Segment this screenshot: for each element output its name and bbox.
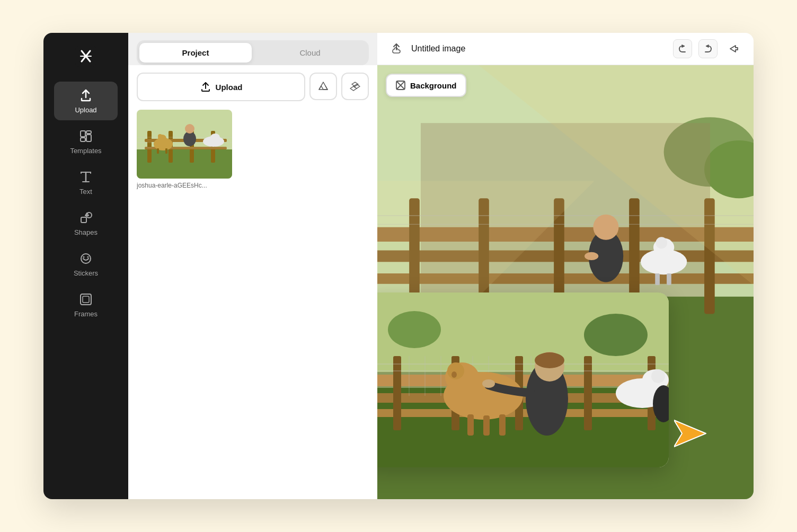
sidebar-item-frames[interactable]: Frames [54,286,118,324]
background-button-label: Background [410,81,457,90]
svg-point-8 [81,254,91,263]
svg-rect-6 [81,217,86,223]
export-button[interactable] [724,39,743,58]
sidebar-item-stickers-label: Stickers [74,269,98,277]
svg-point-25 [185,124,194,134]
tabs-area: Project Cloud [128,33,377,65]
toolbar-title: Untitled image [411,44,667,54]
google-drive-button[interactable] [309,73,337,100]
image-filename: joshua-earle-aGEEsHc... [137,182,232,189]
upload-button[interactable]: Upload [137,73,305,101]
sidebar-item-frames-label: Frames [74,310,98,318]
svg-rect-71 [584,356,592,430]
upload-button-label: Upload [216,83,243,92]
svg-point-92 [535,352,564,368]
svg-rect-29 [157,148,159,154]
svg-point-10 [87,256,89,258]
toolbar: Untitled image [377,33,754,65]
svg-rect-12 [83,296,89,303]
svg-marker-100 [674,420,706,447]
export-icon [728,43,739,54]
sidebar-item-text-label: Text [79,188,92,196]
svg-point-98 [584,314,648,356]
app-logo[interactable] [73,43,99,69]
toolbar-upload-icon [388,40,405,57]
undo-button[interactable] [673,39,692,58]
tabs-container: Project Cloud [137,40,369,65]
upload-icon [200,81,211,93]
floating-card[interactable] [377,292,669,467]
sidebar-item-templates-label: Templates [70,147,101,155]
undo-icon [678,44,687,54]
floating-card-svg [377,292,669,467]
svg-point-9 [83,256,85,258]
svg-rect-88 [483,415,490,436]
main-area: Untitled image [377,33,754,499]
cursor-arrow [674,415,711,454]
svg-rect-55 [667,273,671,285]
sidebar-item-upload-label: Upload [75,106,96,114]
sidebar: Upload Templates Text [43,33,128,499]
left-panel: Project Cloud Upload [128,33,377,499]
image-thumbnail [137,110,232,179]
svg-point-32 [210,134,220,141]
svg-rect-5 [81,138,85,141]
svg-point-53 [656,237,667,249]
svg-rect-68 [393,356,401,430]
svg-rect-89 [499,414,506,436]
svg-point-50 [593,215,618,240]
svg-rect-3 [86,131,91,134]
svg-point-96 [651,369,665,383]
sidebar-item-upload[interactable]: Upload [54,82,118,120]
background-icon [395,80,406,91]
cursor-arrow-svg [674,415,711,452]
svg-rect-4 [86,135,91,141]
upload-area: Upload [128,65,377,499]
svg-rect-87 [467,414,474,436]
svg-point-24 [183,131,196,146]
dropbox-icon [349,80,361,93]
svg-rect-54 [655,273,660,285]
sidebar-item-shapes[interactable]: Shapes [54,204,118,243]
background-button[interactable]: Background [386,74,466,97]
svg-point-99 [388,311,441,348]
svg-point-56 [585,252,598,260]
svg-rect-30 [165,148,167,154]
sidebar-item-templates[interactable]: Templates [54,122,118,161]
upload-buttons-row: Upload [137,73,369,101]
tab-cloud[interactable]: Cloud [254,43,366,63]
sidebar-item-stickers[interactable]: Stickers [54,245,118,283]
svg-point-86 [451,371,457,378]
sidebar-item-text[interactable]: Text [54,163,118,202]
floating-card-inner [377,292,669,467]
svg-point-28 [158,134,162,138]
svg-rect-2 [81,131,85,137]
google-drive-icon [317,80,330,93]
sidebar-item-shapes-label: Shapes [74,228,98,236]
app-container: Upload Templates Text [43,33,754,499]
redo-icon [703,44,713,54]
thumbnail-svg [137,110,232,179]
redo-button[interactable] [698,39,718,58]
image-item[interactable]: joshua-earle-aGEEsHc... [137,110,369,189]
tab-project[interactable]: Project [139,43,252,63]
svg-rect-11 [81,294,91,305]
svg-point-93 [482,379,495,388]
upload-to-cloud-icon [390,42,403,55]
dropbox-button[interactable] [341,73,369,100]
canvas-wrapper[interactable]: Background [377,65,754,499]
